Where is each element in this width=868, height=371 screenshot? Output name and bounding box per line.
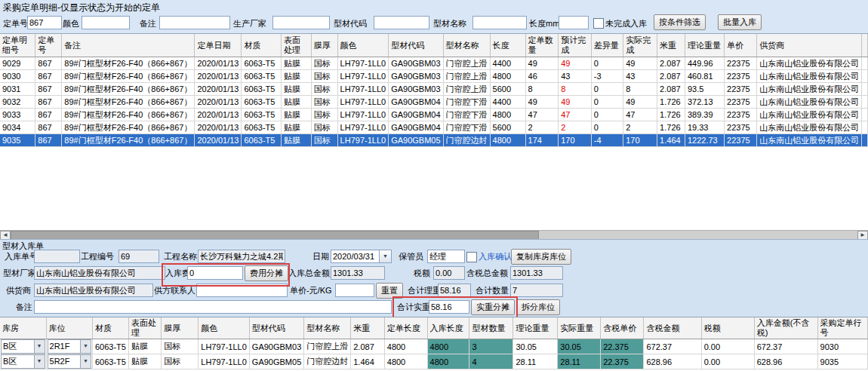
unfinished-checkbox[interactable] bbox=[593, 18, 604, 29]
column-header[interactable]: 型材名称 bbox=[304, 317, 351, 339]
location-combo[interactable]: B区▼ bbox=[0, 339, 46, 354]
column-header[interactable]: 定单数量 bbox=[525, 34, 559, 57]
actual-allocate-button[interactable]: 实重分摊 bbox=[471, 299, 515, 315]
column-header[interactable]: 入库金额(不含税) bbox=[754, 317, 817, 339]
column-header[interactable]: 膜厚 bbox=[162, 317, 199, 339]
cell: 9034 bbox=[0, 121, 35, 134]
table-row[interactable]: 903386789#门框型材F26-F40（866+867）2020/01/13… bbox=[0, 109, 868, 121]
chevron-down-icon[interactable]: ▼ bbox=[34, 355, 45, 368]
length-input[interactable] bbox=[559, 16, 589, 29]
table-row[interactable]: 903586789#门框型材F26-F40（866+867）2020/01/13… bbox=[0, 134, 868, 147]
reset-button[interactable]: 重置 bbox=[376, 283, 403, 299]
fee-allocate-button[interactable]: 费用分摊 bbox=[245, 265, 288, 281]
cell: 1.726 bbox=[657, 96, 685, 109]
column-header[interactable]: 税额 bbox=[701, 317, 754, 339]
column-header[interactable]: 定单长度 bbox=[384, 317, 427, 339]
project-no-input[interactable] bbox=[119, 250, 159, 263]
column-header[interactable]: 理论重量 bbox=[685, 34, 724, 57]
chevron-down-icon[interactable]: ▼ bbox=[34, 340, 45, 353]
table-row[interactable]: B区▼2R1F▼6063-T5贴膜国标LH797-1LL0GA90GBM03门帘… bbox=[0, 339, 868, 354]
receipt-no-input[interactable] bbox=[34, 250, 80, 263]
column-header[interactable]: 颜色 bbox=[337, 34, 389, 57]
profile-code-input[interactable] bbox=[374, 16, 429, 29]
keeper-input[interactable] bbox=[427, 250, 465, 263]
column-header[interactable]: 实际完成 bbox=[623, 34, 657, 57]
confirm-checkbox[interactable] bbox=[466, 252, 477, 262]
date-input[interactable] bbox=[331, 250, 380, 263]
color-input[interactable] bbox=[82, 16, 130, 29]
supplier-contact-input[interactable] bbox=[196, 284, 288, 297]
total-amount-input[interactable] bbox=[331, 266, 385, 280]
column-header[interactable]: 长度 bbox=[490, 34, 525, 57]
fee-input[interactable] bbox=[187, 266, 243, 280]
copy-location-button[interactable]: 复制库房库位 bbox=[511, 249, 571, 265]
project-name-input[interactable] bbox=[198, 250, 285, 263]
remark-input[interactable] bbox=[159, 16, 230, 29]
location-combo[interactable]: 2R1F▼ bbox=[46, 339, 92, 354]
chevron-down-icon[interactable]: ▼ bbox=[80, 355, 91, 368]
column-header[interactable]: 材质 bbox=[242, 34, 282, 57]
column-header[interactable]: 差异量 bbox=[591, 34, 623, 57]
total-qty-input[interactable] bbox=[510, 284, 563, 297]
column-header[interactable]: 材质 bbox=[92, 317, 128, 339]
total-actual-label: 合计实重 bbox=[397, 300, 430, 314]
column-header[interactable]: 定单日期 bbox=[195, 34, 242, 57]
column-header[interactable]: 备注 bbox=[62, 34, 195, 57]
combo-value: B区 bbox=[2, 340, 34, 353]
column-header[interactable]: 供货商 bbox=[757, 34, 862, 57]
column-header[interactable]: 型材代码 bbox=[249, 317, 303, 339]
cell: 门帘腔上滑 bbox=[443, 57, 490, 70]
column-header[interactable]: 采购定单行号 bbox=[817, 317, 867, 339]
column-header[interactable]: 含税金额 bbox=[644, 317, 701, 339]
unit-price-input[interactable] bbox=[335, 284, 374, 297]
chevron-down-icon[interactable]: ▼ bbox=[80, 340, 91, 353]
cell: 4800 bbox=[490, 134, 525, 147]
cell: 山东南山铝业股份有限公司 bbox=[757, 70, 862, 83]
column-header[interactable]: 单价 bbox=[725, 34, 757, 57]
supplier-input[interactable] bbox=[34, 284, 153, 297]
column-header[interactable]: 实际重量 bbox=[558, 317, 601, 339]
table-row[interactable]: 903286789#门框型材F26-F40（866+867）2020/01/13… bbox=[0, 96, 868, 109]
column-header[interactable]: 颜色 bbox=[199, 317, 250, 339]
remark-form-input[interactable] bbox=[34, 300, 392, 314]
order-no-input[interactable] bbox=[27, 16, 62, 29]
column-header[interactable]: 表面处理 bbox=[128, 317, 161, 339]
column-header[interactable]: 型材名称 bbox=[443, 34, 490, 57]
cell: 19.33 bbox=[685, 121, 724, 134]
order-table-area: 定单明细号定单号备注定单日期材质表面处理膜厚颜色型材代码型材名称长度定单数量预计… bbox=[0, 33, 868, 231]
tax-input[interactable] bbox=[433, 266, 465, 280]
column-header[interactable]: 型材数量 bbox=[469, 317, 513, 339]
table-row[interactable]: B区▼5R2F▼6063-T5贴膜国标LH797-1LL0GA90GBM05门帘… bbox=[0, 354, 868, 369]
location-combo[interactable]: 5R2F▼ bbox=[46, 354, 92, 369]
column-header[interactable]: 表面处理 bbox=[282, 34, 312, 57]
total-with-tax-input[interactable] bbox=[510, 266, 563, 280]
cell: 2 bbox=[525, 121, 559, 134]
manufacturer-input[interactable] bbox=[34, 266, 165, 280]
date-picker-dropdown-icon[interactable]: ▼ bbox=[379, 250, 392, 263]
column-header[interactable]: 定单号 bbox=[35, 34, 62, 57]
column-header[interactable]: 米重 bbox=[351, 317, 385, 339]
column-header[interactable]: 入库长度 bbox=[427, 317, 469, 339]
column-header[interactable]: 含税单价 bbox=[601, 317, 644, 339]
table-row[interactable]: 902986789#门框型材F26-F40（866+867）2020/01/13… bbox=[0, 57, 868, 70]
batch-inbound-button[interactable]: 批量入库 bbox=[718, 14, 762, 30]
total-actual-input[interactable] bbox=[429, 300, 469, 314]
maker-input[interactable] bbox=[272, 16, 330, 29]
column-header[interactable]: 型材代码 bbox=[389, 34, 443, 57]
column-header[interactable]: 预计完成 bbox=[559, 34, 592, 57]
cell: LH797-1LL0 bbox=[337, 57, 389, 70]
filter-button[interactable]: 按条件筛选 bbox=[654, 14, 706, 30]
column-header[interactable]: 理论重量 bbox=[513, 317, 558, 339]
location-combo[interactable]: B区▼ bbox=[0, 354, 46, 369]
column-header[interactable]: 库位 bbox=[46, 317, 92, 339]
total-theoretical-input[interactable] bbox=[438, 284, 471, 297]
table-row[interactable]: 903186789#门框型材F26-F40（866+867）2020/01/13… bbox=[0, 83, 868, 96]
split-location-button[interactable]: 拆分库位 bbox=[516, 299, 560, 315]
column-header[interactable]: 库房 bbox=[0, 317, 46, 339]
column-header[interactable]: 米重 bbox=[657, 34, 685, 57]
column-header[interactable]: 定单明细号 bbox=[0, 34, 35, 57]
table-row[interactable]: 903486789#门框型材F26-F40（866+867）2020/01/13… bbox=[0, 121, 868, 134]
column-header[interactable]: 膜厚 bbox=[311, 34, 337, 57]
table-row[interactable]: 903086789#门框型材F26-F40（866+867）2020/01/13… bbox=[0, 70, 868, 83]
profile-name-input[interactable] bbox=[472, 16, 527, 29]
